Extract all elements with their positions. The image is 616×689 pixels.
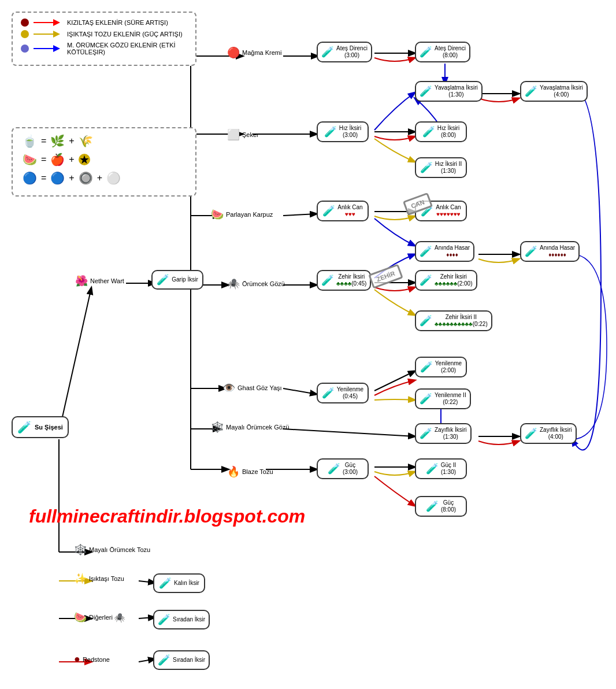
ates-direnci-800-node: 🧪 Ateş Direnci(8:00) (415, 42, 470, 62)
hiz-ii-130-icon: 🧪 (420, 161, 433, 174)
ates-direnci-300-icon: 🧪 (321, 46, 334, 58)
stamp-zehir: ZEHİR (368, 264, 403, 288)
hiz-800-icon: 🧪 (422, 125, 435, 138)
su-sisesi-label: Su Şişesi (35, 424, 63, 431)
nether-wart-icon: 🌺 (75, 275, 88, 287)
mayali-orumcek-tozu-icon: 🕸️ (74, 543, 87, 556)
aninda-hasar-node: 🧪 Anında Hasar♦♦♦♦ (415, 241, 474, 262)
mayali-orumcek-tozu-label: 🕸️ Mayalı Örümcek Tozu (74, 543, 150, 556)
digerleri-icon: 🍉 (74, 611, 87, 624)
ates-direnci-800-icon: 🧪 (420, 46, 432, 58)
siradan-iksir2-node: 🧪 Sıradan İksir (153, 650, 210, 670)
su-sisesi-icon: 🧪 (17, 420, 32, 434)
legend-item-redstone: KIZILTAŞ EKLENİR (SÜRE ARTIŞI) (21, 18, 187, 27)
guc-300-icon: 🧪 (328, 462, 340, 475)
redstone-label: ● Redstone (74, 653, 110, 665)
ghast-goz-yasi-label: 👁️ Ghast Göz Yaşı (222, 381, 282, 394)
su-sisesi-node: 🧪 Su Şişesi (12, 416, 69, 438)
aninda-hasar2-node: 🧪 Anında Hasar♦♦♦♦♦♦ (520, 241, 580, 262)
hiz-300-icon: 🧪 (324, 125, 337, 138)
kalin-iksir-node: 🧪 Kalın İksir (153, 573, 205, 593)
guc-ii-130-icon: 🧪 (426, 462, 439, 475)
aninda-hasar-icon: 🧪 (420, 245, 432, 258)
legend-label-spider-eye: M. ÖRÜMCEK GÖZÜ EKLENİR (ETKİ KÖTÜLEŞIR) (67, 42, 187, 55)
guc-800-node: 🧪 Güç(8:00) (415, 496, 467, 517)
yenilenme-ii-022-icon: 🧪 (420, 392, 432, 405)
zehir-200-icon: 🧪 (420, 274, 432, 287)
blaze-tozu-icon: 🔥 (227, 465, 240, 478)
zayiflik-130-node: 🧪 Zayıflık İksiri(1:30) (415, 423, 472, 444)
guc-ii-130-node: 🧪 Güç II(1:30) (415, 458, 467, 479)
guc-300-node: 🧪 Güç(3:00) (317, 458, 369, 479)
nether-wart-label: 🌺 Nether Wart (75, 275, 124, 287)
anlik-can-icon: 🧪 (322, 205, 335, 217)
svg-line-28 (374, 371, 415, 391)
zehir-ii-022-node: 🧪 Zehir İksiri II♣♣♣♣♣♣♣♣♣♣(0:22) (415, 310, 492, 331)
yenilenme-045-icon: 🧪 (322, 387, 335, 399)
zehir-200-node: 🧪 Zehir İksiri♣♣♣♣♣♣(2:00) (415, 270, 477, 291)
yavaslatma-400-icon: 🧪 (525, 85, 537, 98)
legend-item-glowstone: IŞIKTAŞI TOZU EKLENİR (GÜÇ ARTIŞI) (21, 30, 187, 38)
parlayan-karpuz-icon: 🍉 (211, 208, 224, 221)
anlik-can-node: 🧪 Anlık Can♥♥♥ (317, 201, 369, 221)
blaze-tozu-label: 🔥 Blaze Tozu (227, 465, 273, 478)
mayali-orumcek-icon: 🕸️ (211, 421, 224, 434)
svg-line-39 (139, 617, 155, 618)
yavaslatma-130-node: 🧪 Yavaşlatma İksiri(1:30) (415, 81, 483, 102)
watermark: fullminecraftindir.blogspot.com (29, 506, 305, 527)
zayiflik-130-icon: 🧪 (420, 427, 432, 440)
yenilenme-200-node: 🧪 Yenilenme(2:00) (415, 357, 467, 377)
svg-line-29 (283, 429, 415, 436)
siradan-iksir2-icon: 🧪 (158, 654, 170, 666)
svg-line-0 (59, 288, 91, 432)
magma-kremi-icon: 🔴 (227, 46, 240, 59)
hiz-300-node: 🧪 Hız İksiri(3:00) (317, 121, 369, 142)
ghast-icon: 👁️ (222, 381, 235, 394)
kalin-iksir-label: Kalın İksir (174, 580, 199, 587)
zehir-045-icon: 🧪 (321, 274, 334, 287)
garip-iksir-node: 🧪 Garip İksir (151, 270, 203, 290)
magma-kremi-label: 🔴 Mağma Kremi (227, 46, 281, 59)
aninda-hasar2-icon: 🧪 (525, 245, 537, 258)
svg-line-27 (283, 388, 317, 394)
siradan-iksir1-label: Sıradan İksir (173, 616, 205, 623)
svg-line-38 (139, 581, 155, 583)
parlayan-karpuz-label: 🍉 Parlayan Karpuz (211, 208, 273, 221)
recipe-box: 🍵 = 🌿 + 🌾 🍉 = 🍎 + ★ 🔵 = 🔵 + 🔘 + ⚪ (12, 127, 196, 197)
legend-label-redstone: KIZILTAŞ EKLENİR (SÜRE ARTIŞI) (67, 19, 168, 26)
siradan-iksir1-icon: 🧪 (158, 613, 170, 626)
yenilenme-200-icon: 🧪 (420, 361, 433, 373)
yavaslatma-130-icon: 🧪 (420, 85, 432, 98)
siradan-iksir2-label: Sıradan İksir (173, 657, 205, 664)
yavaslatma-400-node: 🧪 Yavaşlatma İksiri(4:00) (520, 81, 588, 102)
zehir-ii-022-icon: 🧪 (420, 314, 432, 327)
guc-800-icon: 🧪 (426, 500, 439, 513)
garip-iksir-label: Garip İksir (172, 276, 198, 283)
recipe-row-3: 🔵 = 🔵 + 🔘 + ⚪ (21, 171, 187, 185)
hiz-800-node: 🧪 Hız İksiri(8:00) (415, 121, 467, 142)
siradan-iksir1-node: 🧪 Sıradan İksir (153, 610, 210, 629)
yenilenme-045-node: 🧪 Yenilenme(0:45) (317, 383, 369, 403)
mayali-orumcek-gozu-label: 🕸️ Mayalı Örümcek Gözü (211, 421, 289, 434)
redstone-icon: ● (74, 653, 80, 665)
zehir-045-node: 🧪 Zehir İksiri♣♣♣♣(0:45) (317, 270, 371, 291)
orumcek-gozu-label: 🕷️ Örümcek Gözü (227, 277, 285, 290)
seker-icon: ⬜ (227, 128, 240, 141)
zayiflik-400-node: 🧪 Zayıflık İksiri(4:00) (520, 423, 577, 444)
hiz-ii-130-node: 🧪 Hız İksiri II(1:30) (415, 157, 467, 178)
recipe-row-2: 🍉 = 🍎 + ★ (21, 153, 187, 166)
ates-direnci-300-node: 🧪 Ateş Direnci(3:00) (317, 42, 372, 62)
garip-iksir-icon: 🧪 (157, 273, 169, 286)
isiktasi-tozu-icon: ✨ (74, 572, 87, 585)
seker-label: ⬜ Şeker (227, 128, 259, 141)
recipe-row-1: 🍵 = 🌿 + 🌾 (21, 134, 187, 148)
digerleri-label: 🍉 Diğerleri 🕷️ (74, 611, 125, 624)
legend-box: KIZILTAŞ EKLENİR (SÜRE ARTIŞI) IŞIKTAŞI … (12, 12, 196, 66)
zayiflik-400-icon: 🧪 (525, 427, 537, 440)
kalin-iksir-icon: 🧪 (159, 577, 172, 590)
yenilenme-ii-022-node: 🧪 Yenilenme II(0:22) (415, 388, 471, 409)
svg-line-40 (139, 659, 155, 662)
isiktasi-tozu-label: ✨ Işıktaşı Tozu (74, 572, 124, 585)
legend-label-glowstone: IŞIKTAŞI TOZU EKLENİR (GÜÇ ARTIŞI) (67, 31, 183, 38)
orumcek-gozu-icon: 🕷️ (227, 277, 240, 290)
